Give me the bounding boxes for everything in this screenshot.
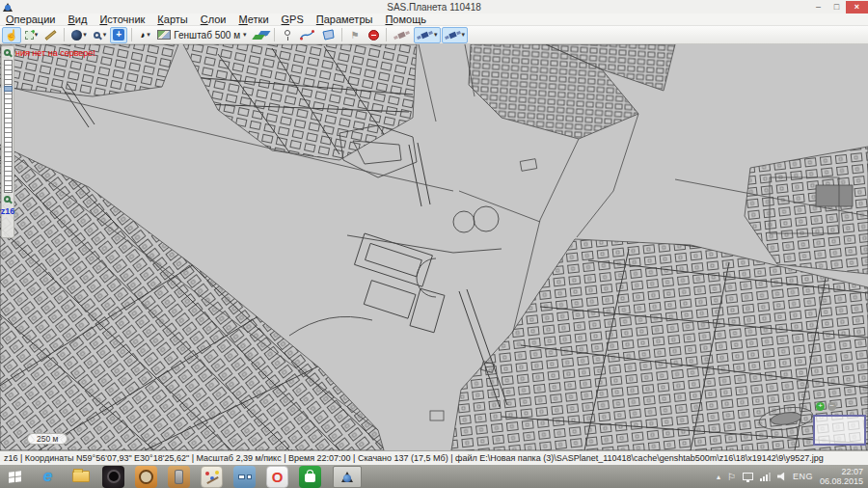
menu-item-gps[interactable]: GPS — [282, 14, 304, 25]
minimap-zoom-out-button[interactable]: − — [827, 402, 836, 411]
navigation-flag-button[interactable]: ⚑ — [346, 27, 364, 43]
minimap-zoom-in-button[interactable]: + — [816, 402, 825, 411]
select-region-button[interactable]: ▾ — [22, 27, 41, 43]
taskbar-button-sasplanet[interactable] — [333, 466, 362, 488]
taskbar-icon-media-app[interactable] — [102, 466, 124, 488]
flag-icon: ⚑ — [351, 30, 360, 41]
main-toolbar: ☝ ▾ ▾ ▾ + ◗▾ Генштаб 500 м▾ ▾ ⚑ ▾ ▾ — [0, 26, 868, 44]
whole-map-button[interactable]: ▾ — [68, 27, 90, 43]
select-region-icon — [25, 31, 34, 40]
cancel-download-button[interactable] — [365, 27, 382, 43]
window-tiles-icon — [238, 474, 252, 479]
taskbar-icon-remote-app[interactable] — [233, 466, 256, 488]
action-center-flag-icon[interactable]: ⚐ — [727, 472, 736, 482]
close-button[interactable]: × — [846, 1, 868, 14]
ruler-icon — [45, 30, 57, 41]
toolbar-separator — [64, 28, 65, 41]
hand-icon: ☝ — [5, 29, 18, 41]
pinned-apps: e O — [37, 466, 321, 488]
menu-bar: Операции Вид Источник Карты Слои Метки G… — [0, 14, 868, 26]
zoom-control: z16 — [1, 45, 14, 238]
window-title: SAS.Планета 110418 — [0, 2, 868, 13]
taskbar-icon-opera[interactable]: O — [266, 466, 288, 488]
taskbar-icon-paint[interactable] — [201, 466, 223, 488]
zoom-slider-thumb[interactable] — [4, 86, 13, 92]
menu-item-maps[interactable]: Карты — [157, 14, 187, 25]
shopping-bag-icon — [305, 474, 315, 482]
zoom-slider[interactable] — [4, 60, 13, 193]
taskbar-icon-utility-app[interactable] — [168, 466, 190, 488]
tray-chevron-icon[interactable]: ▴ — [717, 473, 720, 481]
folder-icon — [72, 471, 90, 482]
taskbar-icon-camera-app[interactable] — [135, 466, 157, 488]
zoom-in-icon[interactable] — [4, 49, 11, 56]
map-render — [0, 44, 868, 450]
layers-icon — [252, 35, 265, 40]
language-indicator[interactable]: ENG — [793, 472, 813, 481]
placemark-icon — [285, 30, 290, 36]
magnifier-icon — [94, 32, 100, 39]
sasplanet-window: SAS.Планета 110418 – □ × Операции Вид Ис… — [0, 0, 868, 488]
toolbar-separator — [131, 28, 132, 41]
tray-clock[interactable]: 22:07 06.08.2015 — [820, 467, 863, 486]
fullscreen-button[interactable]: + — [110, 27, 127, 43]
start-button[interactable] — [0, 465, 29, 488]
gps-satellite-icon — [397, 31, 405, 38]
menu-item-view[interactable]: Вид — [68, 14, 87, 25]
menu-item-source[interactable]: Источник — [99, 14, 145, 25]
palette-icon — [205, 471, 219, 482]
tray-time: 22:07 — [820, 467, 863, 476]
tray-date: 06.08.2015 — [820, 476, 863, 486]
minimize-button[interactable]: – — [809, 1, 827, 14]
fullscreen-icon: + — [113, 29, 124, 41]
menu-item-marks[interactable]: Метки — [239, 14, 269, 25]
add-placemark-button[interactable] — [279, 27, 296, 43]
maximize-button[interactable]: □ — [827, 1, 846, 14]
speaker-icon[interactable] — [777, 473, 786, 481]
chevron-down-icon: ▾ — [434, 31, 438, 39]
zoom-level-label: z16 — [1, 206, 15, 216]
zoom-out-icon[interactable] — [4, 196, 11, 203]
toolbar-separator — [274, 28, 275, 41]
minimap-controls: + − — [816, 402, 836, 411]
gps-track-button[interactable]: ▾ — [442, 27, 469, 43]
display-icon[interactable] — [743, 473, 753, 480]
menu-item-options[interactable]: Параметры — [316, 14, 373, 25]
chevron-down-icon: ▾ — [35, 31, 39, 39]
title-bar: SAS.Планета 110418 – □ × — [0, 0, 868, 14]
download-manager-button[interactable]: ◗▾ — [136, 27, 153, 43]
taskbar-icon-file-explorer[interactable] — [69, 466, 92, 488]
menu-item-help[interactable]: Помощь — [385, 14, 426, 25]
windows-taskbar: e O ▴ ⚐ ENG 22:07 06.08.2015 — [0, 465, 868, 488]
map-source-icon — [157, 30, 171, 40]
system-tray: ▴ ⚐ ENG 22:07 06.08.2015 — [717, 467, 868, 486]
layers-selector-button[interactable]: ▾ — [251, 27, 271, 43]
map-viewport[interactable]: ния нет на сервере! z16 250 м + − — [0, 44, 868, 450]
pan-tool-button[interactable]: ☝ — [2, 27, 21, 43]
network-signal-icon[interactable] — [760, 473, 771, 481]
window-controls: – □ × — [809, 1, 868, 14]
toolbar-separator — [341, 28, 342, 41]
tile-error-message: ния нет на сервере! — [15, 48, 95, 58]
windows-logo-icon — [9, 471, 21, 482]
chevron-down-icon: ▾ — [462, 31, 466, 39]
add-polygon-button[interactable] — [318, 27, 338, 43]
taskbar-icon-windows-store[interactable] — [299, 466, 321, 488]
taskbar-icon-internet-explorer[interactable]: e — [37, 466, 59, 488]
menu-item-layers[interactable]: Слои — [201, 14, 227, 25]
zoom-tool-button[interactable]: ▾ — [91, 27, 110, 43]
satellite-dish-icon: ◗ — [138, 29, 148, 41]
menu-item-operations[interactable]: Операции — [6, 14, 55, 25]
gps-options-button[interactable] — [391, 27, 413, 43]
map-source-selector[interactable]: Генштаб 500 м▾ — [154, 27, 249, 43]
toolbar-separator — [386, 28, 387, 41]
gps-satellite-icon — [420, 31, 428, 38]
chevron-down-icon: ▾ — [243, 31, 247, 39]
minimap-frame[interactable] — [813, 415, 866, 446]
measure-distance-button[interactable] — [41, 27, 60, 43]
gps-satellite-icon — [448, 31, 456, 38]
gps-connect-button[interactable]: ▾ — [414, 27, 441, 43]
chevron-down-icon: ▾ — [103, 31, 107, 39]
sasplanet-logo-icon — [341, 472, 353, 482]
add-path-button[interactable] — [297, 27, 317, 43]
